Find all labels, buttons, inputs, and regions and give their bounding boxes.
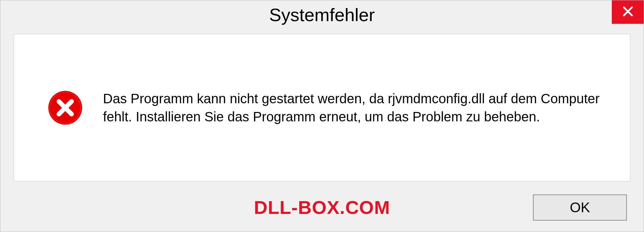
error-icon: [48, 90, 83, 125]
close-button[interactable]: [612, 0, 644, 24]
dialog-title: Systemfehler: [269, 4, 375, 25]
close-icon: [622, 5, 634, 19]
watermark-text: DLL-BOX.COM: [254, 196, 390, 218]
content-area: Das Programm kann nicht gestartet werden…: [14, 34, 630, 181]
titlebar: Systemfehler: [0, 0, 644, 29]
footer: DLL-BOX.COM OK: [0, 188, 644, 232]
error-dialog: Systemfehler Das Programm kann nicht ges…: [0, 0, 644, 232]
error-message: Das Programm kann nicht gestartet werden…: [103, 90, 606, 126]
ok-button[interactable]: OK: [533, 194, 627, 221]
